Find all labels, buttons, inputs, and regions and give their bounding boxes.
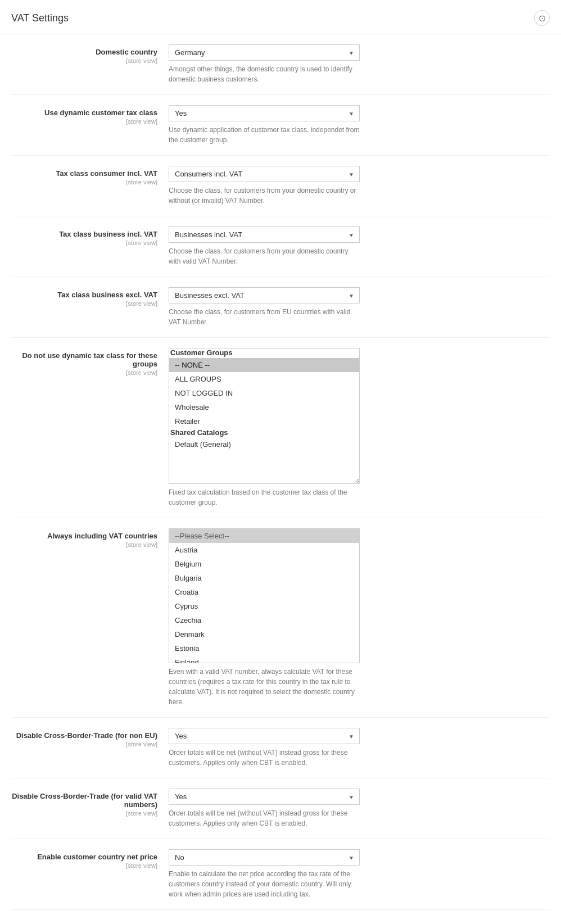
enable-customer-country-net-price-select-wrapper: Yes No bbox=[169, 849, 360, 866]
collapse-icon[interactable]: ⊙ bbox=[534, 10, 550, 26]
settings-row-dynamic-tax-class-groups: Do not use dynamic tax class for these g… bbox=[11, 338, 550, 518]
label-tax-class-consumer: Tax class consumer incl. VAT [store view… bbox=[11, 166, 169, 185]
label-disable-cbt-valid-vat: Disable Cross-Border-Trade (for valid VA… bbox=[11, 789, 169, 817]
domestic-country-select[interactable]: Germany Austria France Italy Spain bbox=[169, 44, 360, 61]
tax-class-consumer-select-wrapper: Consumers incl. VAT Businesses incl. VAT… bbox=[169, 166, 360, 182]
tax-class-consumer-helper: Choose the class, for customers from you… bbox=[169, 185, 360, 206]
page-title: VAT Settings bbox=[11, 12, 69, 24]
label-enable-customer-country-net-price: Enable customer country net price [store… bbox=[11, 849, 169, 869]
label-tax-class-business-incl: Tax class business incl. VAT [store view… bbox=[11, 227, 169, 246]
control-enable-customer-country-net-price: Yes No Enable to calculate the net price… bbox=[169, 849, 550, 899]
tax-class-groups-select[interactable]: -- NONE -- ALL GROUPS NOT LOGGED IN Whol… bbox=[169, 348, 359, 483]
label-always-including-vat: Always including VAT countries [store vi… bbox=[11, 528, 169, 548]
enable-customer-country-net-price-select[interactable]: Yes No bbox=[169, 849, 360, 866]
dynamic-tax-class-groups-helper: Fixed tax calculation based on the custo… bbox=[169, 487, 360, 508]
settings-row-dynamic-tax-class: Use dynamic customer tax class [store vi… bbox=[11, 95, 550, 156]
control-domestic-country: Germany Austria France Italy Spain Among… bbox=[169, 44, 550, 84]
disable-cbt-valid-vat-select[interactable]: Yes No bbox=[169, 789, 360, 805]
tax-class-business-incl-select[interactable]: Consumers incl. VAT Businesses incl. VAT… bbox=[169, 227, 360, 243]
disable-cbt-non-eu-select-wrapper: Yes No bbox=[169, 728, 360, 744]
always-including-vat-select[interactable]: --Please Select-- Austria Belgium Bulgar… bbox=[169, 529, 359, 663]
always-including-vat-helper: Even with a valid VAT number, always cal… bbox=[169, 667, 360, 707]
control-tax-class-consumer: Consumers incl. VAT Businesses incl. VAT… bbox=[169, 166, 550, 206]
settings-row-domestic-country: Domestic country [store view] Germany Au… bbox=[11, 34, 550, 95]
tax-class-business-incl-helper: Choose the class, for customers from you… bbox=[169, 246, 360, 266]
settings-row-tax-class-business-incl: Tax class business incl. VAT [store view… bbox=[11, 216, 550, 277]
label-tax-class-business-excl: Tax class business excl. VAT [store view… bbox=[11, 287, 169, 307]
label-domestic-country: Domestic country [store view] bbox=[11, 44, 169, 64]
domestic-country-select-wrapper: Germany Austria France Italy Spain bbox=[169, 44, 360, 61]
settings-row-tax-class-consumer: Tax class consumer incl. VAT [store view… bbox=[11, 156, 550, 216]
dynamic-tax-class-select[interactable]: Yes No bbox=[169, 105, 360, 121]
settings-row-always-including-vat: Always including VAT countries [store vi… bbox=[11, 518, 550, 718]
label-dynamic-tax-class: Use dynamic customer tax class [store vi… bbox=[11, 105, 169, 125]
control-dynamic-tax-class-groups: -- NONE -- ALL GROUPS NOT LOGGED IN Whol… bbox=[169, 348, 550, 508]
control-tax-class-business-excl: Consumers incl. VAT Businesses incl. VAT… bbox=[169, 287, 550, 327]
disable-cbt-valid-vat-select-wrapper: Yes No bbox=[169, 789, 360, 805]
enable-customer-country-net-price-helper: Enable to calculate the net price accord… bbox=[169, 869, 360, 899]
settings-form: Domestic country [store view] Germany Au… bbox=[0, 34, 561, 910]
always-including-vat-listbox: --Please Select-- Austria Belgium Bulgar… bbox=[169, 528, 360, 663]
dynamic-tax-class-helper: Use dynamic application of customer tax … bbox=[169, 125, 360, 145]
control-disable-cbt-non-eu: Yes No Order totals will be net (without… bbox=[169, 728, 550, 768]
settings-row-disable-cbt-valid-vat: Disable Cross-Border-Trade (for valid VA… bbox=[11, 778, 550, 839]
dynamic-tax-class-select-wrapper: Yes No bbox=[169, 105, 360, 121]
settings-row-enable-customer-country-net-price: Enable customer country net price [store… bbox=[11, 839, 550, 910]
tax-class-business-excl-select[interactable]: Consumers incl. VAT Businesses incl. VAT… bbox=[169, 287, 360, 304]
domestic-country-helper: Amongst other things, the domestic count… bbox=[169, 64, 360, 84]
label-dynamic-tax-class-groups: Do not use dynamic tax class for these g… bbox=[11, 348, 169, 376]
tax-class-business-excl-helper: Choose the class, for customers from EU … bbox=[169, 307, 360, 327]
control-always-including-vat: --Please Select-- Austria Belgium Bulgar… bbox=[169, 528, 550, 707]
disable-cbt-non-eu-select[interactable]: Yes No bbox=[169, 728, 360, 744]
disable-cbt-non-eu-helper: Order totals will be net (without VAT) i… bbox=[169, 748, 360, 768]
disable-cbt-valid-vat-helper: Order totals will be net (without VAT) i… bbox=[169, 808, 360, 828]
label-disable-cbt-non-eu: Disable Cross-Border-Trade (for non EU) … bbox=[11, 728, 169, 748]
settings-row-tax-class-business-excl: Tax class business excl. VAT [store view… bbox=[11, 277, 550, 338]
tax-class-groups-listbox: -- NONE -- ALL GROUPS NOT LOGGED IN Whol… bbox=[169, 348, 360, 484]
control-tax-class-business-incl: Consumers incl. VAT Businesses incl. VAT… bbox=[169, 227, 550, 266]
control-disable-cbt-valid-vat: Yes No Order totals will be net (without… bbox=[169, 789, 550, 828]
tax-class-business-excl-select-wrapper: Consumers incl. VAT Businesses incl. VAT… bbox=[169, 287, 360, 304]
tax-class-consumer-select[interactable]: Consumers incl. VAT Businesses incl. VAT… bbox=[169, 166, 360, 182]
control-dynamic-tax-class: Yes No Use dynamic application of custom… bbox=[169, 105, 550, 145]
tax-class-business-incl-select-wrapper: Consumers incl. VAT Businesses incl. VAT… bbox=[169, 227, 360, 243]
settings-row-disable-cbt-non-eu: Disable Cross-Border-Trade (for non EU) … bbox=[11, 718, 550, 778]
